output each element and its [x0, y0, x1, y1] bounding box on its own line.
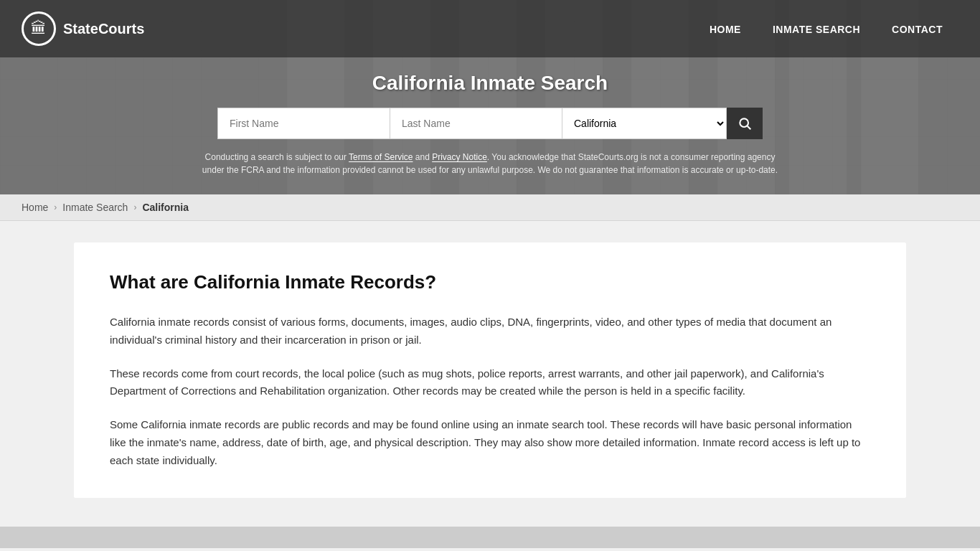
content-paragraph-3: Some California inmate records are publi…: [110, 416, 870, 469]
hero-title: California Inmate Search: [0, 72, 980, 95]
nav-inmate-search[interactable]: INMATE SEARCH: [757, 17, 876, 42]
privacy-notice-link[interactable]: Privacy Notice: [432, 152, 487, 162]
nav-home[interactable]: HOME: [694, 17, 757, 42]
nav-links: HOME INMATE SEARCH CONTACT: [694, 23, 958, 35]
svg-line-1: [748, 126, 751, 130]
first-name-input[interactable]: [217, 108, 390, 139]
disclaimer-text: Conducting a search is subject to our Te…: [196, 151, 784, 176]
logo-icon: 🏛: [22, 11, 56, 46]
content-card: What are California Inmate Records? Cali…: [74, 242, 906, 498]
content-paragraph-1: California inmate records consist of var…: [110, 314, 870, 349]
breadcrumb-sep-2: ›: [133, 202, 136, 212]
disclaimer-before-tos: Conducting a search is subject to our: [205, 152, 349, 162]
bottom-stripe: [0, 527, 980, 548]
hero-content: California Inmate Search Select StateAla…: [0, 57, 980, 194]
breadcrumb-home[interactable]: Home: [22, 202, 48, 213]
logo-link[interactable]: 🏛 StateCourts: [22, 11, 144, 46]
state-select[interactable]: Select StateAlabamaAlaskaArizonaArkansas…: [562, 108, 727, 139]
breadcrumb: Home › Inmate Search › California: [0, 194, 980, 221]
nav-contact[interactable]: CONTACT: [876, 17, 958, 42]
breadcrumb-current: California: [142, 202, 189, 213]
search-icon: [738, 116, 752, 131]
terms-of-service-link[interactable]: Terms of Service: [349, 152, 413, 162]
disclaimer-between: and: [413, 152, 432, 162]
search-button[interactable]: [727, 108, 763, 139]
content-heading: What are California Inmate Records?: [110, 271, 870, 293]
search-bar: Select StateAlabamaAlaskaArizonaArkansas…: [0, 108, 980, 139]
last-name-input[interactable]: [390, 108, 562, 139]
svg-point-0: [740, 118, 748, 127]
content-paragraph-2: These records come from court records, t…: [110, 365, 870, 401]
breadcrumb-sep-1: ›: [54, 202, 57, 212]
main-nav: 🏛 StateCourts HOME INMATE SEARCH CONTACT: [0, 0, 980, 57]
site-name: StateCourts: [63, 21, 144, 37]
hero-section: 🏛 StateCourts HOME INMATE SEARCH CONTACT…: [0, 0, 980, 194]
main-content: What are California Inmate Records? Cali…: [0, 221, 980, 527]
breadcrumb-inmate-search[interactable]: Inmate Search: [62, 202, 128, 213]
